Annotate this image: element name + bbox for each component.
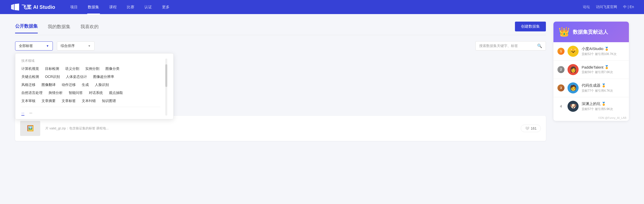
create-dataset-button[interactable]: 创建数据集	[515, 22, 546, 31]
filters-row: 全部标签 ▼ 综合排序 ▼ 搜索数据集关键字、标签 🔍 技术领域	[15, 41, 546, 50]
content-area: 公开数据集 我的数据集 我喜欢的 创建数据集 全部标签 ▼ 综合排序 ▼ 搜索数…	[15, 22, 546, 141]
tag-image-classify[interactable]: 图像分类	[105, 67, 119, 71]
contributor-card: 👑 数据集贡献达人 1 🐱 小度AIStudio 🏅 贡献52个 被引用108.…	[553, 22, 629, 121]
dataset-info: 片 valid_gt.zip：包含验证集的标签 课程地...	[45, 126, 516, 131]
search-icon[interactable]: 🔍	[537, 43, 542, 48]
avatar-2: 👩	[568, 64, 579, 75]
tag-select-arrow: ▼	[46, 44, 49, 48]
tag-article-summary[interactable]: 文章摘要	[42, 99, 56, 103]
contributor-name-1: 小度AIStudio 🏅	[582, 46, 625, 51]
tag-ocr[interactable]: OCR识别	[45, 75, 60, 79]
contributor-item-2: 2 👩 PaddleTalent 🏅 贡献56个 被引用7.6K次	[553, 61, 629, 79]
dropdown-tab-more1[interactable]: ...	[21, 110, 24, 116]
tag-motion-transfer[interactable]: 动作迁移	[62, 83, 76, 87]
dataset-card: 🖼️ 片 valid_gt.zip：包含验证集的标签 课程地... 🤍 161	[15, 116, 546, 141]
nav-items: 项目数据集课程比赛认证更多	[65, 0, 583, 14]
avatar-3: 🧑	[568, 82, 579, 93]
tab-action: 创建数据集	[515, 22, 546, 31]
contributor-stats-4: 贡献57个 被引用5.9K次	[582, 107, 625, 111]
rank-badge-1: 1	[557, 48, 565, 55]
crown-icon: 👑	[558, 27, 570, 37]
tab-liked[interactable]: 我喜欢的	[80, 24, 99, 33]
dropdown-tags-row-3: 风格迁移 图像翻译 动作迁移 生成 人脸识别	[21, 83, 160, 87]
nav-items-list: 项目数据集课程比赛认证更多	[65, 0, 175, 14]
nav-lang[interactable]: 中 | En	[623, 5, 634, 9]
tag-qa[interactable]: 智能问答	[69, 91, 83, 95]
dropdown-tags-row-1: 计算机视觉 目标检测 语义分割 实例分割 图像分类	[21, 67, 160, 71]
dataset-like-button[interactable]: 🤍 161	[521, 125, 541, 132]
tag-text-correct[interactable]: 文本纠错	[82, 99, 96, 103]
contributor-item-4: 4 🐶 深渊上的坑 🏅 贡献57个 被引用5.9K次	[553, 97, 629, 115]
contributor-item-1: 1 🐱 小度AIStudio 🏅 贡献52个 被引用108.7K次	[553, 42, 629, 61]
tab-public[interactable]: 公开数据集	[15, 23, 38, 33]
logo-icon	[10, 3, 20, 11]
contributor-name-4: 深渊上的坑 🏅	[582, 101, 625, 106]
tag-keypoint[interactable]: 关键点检测	[21, 75, 39, 79]
logo[interactable]: 飞桨 AI Studio	[10, 3, 55, 11]
nav-item-datasets[interactable]: 数据集	[83, 0, 104, 14]
tag-semantic-seg[interactable]: 语义分割	[65, 67, 79, 71]
navigation: 飞桨 AI Studio 项目数据集课程比赛认证更多 论坛 访问飞桨官网 中 |…	[0, 0, 644, 14]
contributor-info-2: PaddleTalent 🏅 贡献56个 被引用7.6K次	[582, 65, 625, 74]
tag-nlp[interactable]: 自然语言处理	[21, 91, 43, 95]
tag-super-res[interactable]: 图像超分辨率	[93, 75, 114, 79]
tag-instance-seg[interactable]: 实例分割	[85, 67, 99, 71]
dropdown-bottom-bar: ... ...	[21, 107, 160, 116]
tag-dialog[interactable]: 对话系统	[89, 91, 103, 95]
contributor-name-2: PaddleTalent 🏅	[582, 65, 625, 69]
dropdown-content: 技术领域 计算机视觉 目标检测 语义分割 实例分割 图像分类 关键点检测 OCR…	[21, 59, 165, 116]
nav-item-projects[interactable]: 项目	[65, 0, 83, 14]
nav-forum[interactable]: 论坛	[583, 5, 590, 9]
contributor-name-3: 代码生成器 🏅	[582, 83, 625, 88]
rank-number-4: 4	[557, 104, 565, 108]
dropdown-scroll-thumb	[165, 64, 167, 87]
contributor-card-header: 👑 数据集贡献达人	[553, 22, 629, 42]
tabs-bar: 公开数据集 我的数据集 我喜欢的 创建数据集	[15, 22, 546, 35]
nav-item-courses[interactable]: 课程	[104, 0, 122, 14]
search-box: 搜索数据集关键字、标签 🔍	[475, 41, 546, 50]
tag-pose[interactable]: 人体姿态估计	[66, 75, 87, 79]
nav-official[interactable]: 访问飞桨官网	[596, 5, 617, 9]
contributor-stats-3: 贡献77个 被引用4.7K次	[582, 89, 625, 93]
nav-item-competition[interactable]: 比赛	[122, 0, 139, 14]
contributors-list: 1 🐱 小度AIStudio 🏅 贡献52个 被引用108.7K次 2 👩	[553, 42, 629, 115]
tag-generate[interactable]: 生成	[82, 83, 89, 87]
dropdown-tags-row-4: 自然语言处理 舆情分析 智能问答 对话系统 观点抽取	[21, 91, 160, 95]
contributor-info-1: 小度AIStudio 🏅 贡献52个 被引用108.7K次	[582, 46, 625, 56]
tag-knowledge-graph[interactable]: 知识图谱	[102, 99, 116, 103]
tag-style-transfer[interactable]: 风格迁移	[21, 83, 35, 87]
dropdown-tab-more2[interactable]: ...	[29, 110, 32, 116]
tag-face-recog[interactable]: 人脸识别	[95, 83, 109, 87]
logo-text: 飞桨 AI Studio	[22, 4, 55, 11]
tag-sentiment[interactable]: 舆情分析	[49, 91, 63, 95]
tag-article-tag[interactable]: 文章标签	[62, 99, 76, 103]
tag-opinion[interactable]: 观点抽取	[109, 91, 123, 95]
dropdown-tags-row-5: 文本审核 文章摘要 文章标签 文本纠错 知识图谱	[21, 99, 160, 103]
tag-dropdown: 技术领域 计算机视觉 目标检测 语义分割 实例分割 图像分类 关键点检测 OCR…	[15, 53, 174, 119]
badge-icon-4: 🏅	[601, 102, 606, 106]
contributor-info-3: 代码生成器 🏅 贡献77个 被引用4.7K次	[582, 83, 625, 93]
avatar-1: 🐱	[568, 46, 579, 57]
tag-select-label: 全部标签	[19, 44, 33, 48]
sort-select[interactable]: 综合排序 ▼	[57, 41, 95, 50]
dropdown-section-title: 技术领域	[21, 59, 160, 63]
tag-image-translate[interactable]: 图像翻译	[42, 83, 56, 87]
contributor-info-4: 深渊上的坑 🏅 贡献57个 被引用5.9K次	[582, 101, 625, 111]
tag-computer-vision[interactable]: 计算机视觉	[21, 67, 39, 71]
dropdown-tags-row-2: 关键点检测 OCR识别 人体姿态估计 图像超分辨率	[21, 75, 160, 79]
nav-item-certification[interactable]: 认证	[139, 0, 157, 14]
dataset-thumbnail: 🖼️	[20, 121, 40, 136]
rank-badge-2: 2	[557, 66, 565, 73]
heart-icon: 🤍	[525, 126, 529, 130]
tag-select[interactable]: 全部标签 ▼	[15, 41, 53, 50]
tag-text-review[interactable]: 文本审核	[21, 99, 35, 103]
nav-item-more[interactable]: 更多	[157, 0, 175, 14]
dataset-desc: 片 valid_gt.zip：包含验证集的标签 课程地...	[45, 126, 516, 131]
tab-mine[interactable]: 我的数据集	[48, 24, 70, 33]
badge-icon-1: 🏅	[605, 47, 609, 51]
dropdown-scrollbar	[165, 59, 167, 116]
contributor-card-title: 数据集贡献达人	[573, 29, 608, 35]
tag-object-detection[interactable]: 目标检测	[45, 67, 59, 71]
sort-select-label: 综合排序	[61, 44, 75, 48]
copyright-text: ©DN @Funny_AI_LAB	[553, 115, 629, 121]
